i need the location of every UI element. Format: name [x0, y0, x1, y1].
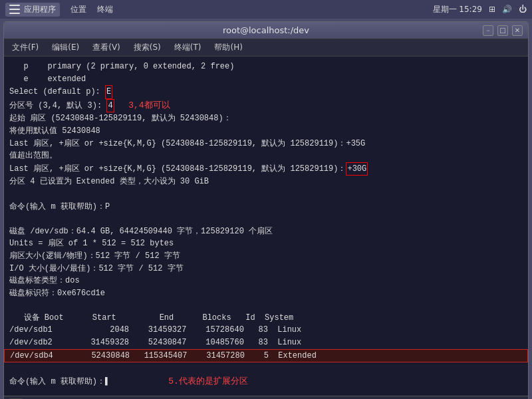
terminal-line-4: 起始 扇区 (52430848-125829119, 默认为 52430848)… [9, 112, 523, 125]
terminal-menu[interactable]: 终端 [97, 4, 113, 15]
system-bar-right: 星期一 15:29 ⊞ 🔊 ⏻ [433, 4, 527, 15]
last-sector-value: +30G [346, 162, 368, 176]
maximize-button[interactable]: □ [497, 25, 508, 36]
terminal-line-blank4 [9, 362, 523, 375]
terminal-row-sdb2: /dev/sdb2 31459328 52430847 10485760 83 … [9, 336, 523, 349]
minimize-button[interactable]: － [483, 25, 493, 36]
terminal-line-8: Last 扇区, +扇区 or +size{K,M,G} (52430848-1… [9, 162, 523, 176]
volume-icon: 🔊 [502, 5, 512, 14]
terminal-line-blank2 [9, 213, 523, 225]
title-bar: root@localhost:/dev － □ ✕ [4, 22, 528, 39]
terminal-table-header: 设备 Boot Start End Blocks Id System [9, 312, 523, 325]
location-menu[interactable]: 位置 [70, 4, 86, 15]
terminal-line-7: 值超出范围。 [9, 150, 523, 162]
system-bar-left: 应用程序 位置 终端 [5, 3, 113, 17]
menu-terminal[interactable]: 终端(T) [172, 41, 204, 54]
cmd-prompt: 命令(输入 m 获取帮助)：▌ [9, 376, 110, 388]
bottom-note: 5.代表的是扩展分区 [168, 375, 248, 388]
menu-view[interactable]: 查看(V) [90, 41, 123, 54]
terminal-line-2: Select (default p): E [9, 85, 523, 99]
terminal-line-3: 分区号 (3,4, 默认 3): 4 3,4都可以 [9, 99, 523, 113]
terminal-line-1: e extended [9, 73, 523, 86]
menu-file[interactable]: 文件(F) [9, 41, 41, 54]
terminal-line-blank3 [9, 299, 523, 312]
datetime-label: 星期一 15:29 [433, 4, 482, 15]
terminal-window: root@localhost:/dev － □ ✕ 文件(F) 编辑(E) 查看… [3, 21, 529, 399]
menu-bar: 文件(F) 编辑(E) 查看(V) 搜索(S) 终端(T) 帮助(H) [4, 39, 528, 57]
menu-search[interactable]: 搜索(S) [131, 41, 164, 54]
terminal-row-sdb1: /dev/sdb1 2048 31459327 15728640 83 Linu… [9, 324, 523, 336]
terminal-line-id: 磁盘标识符：0xe676cd1e [9, 287, 523, 300]
window-title: root@localhost:/dev [49, 25, 483, 35]
partition-note: 3,4都可以 [128, 100, 170, 110]
terminal-line-units: Units = 扇区 of 1 * 512 = 512 bytes [9, 237, 523, 250]
terminal-line-5: 将使用默认值 52430848 [9, 125, 523, 138]
app-menu-label: 应用程序 [24, 4, 56, 15]
terminal-line-label: 磁盘标签类型：dos [9, 275, 523, 287]
window-controls: － □ ✕ [483, 25, 523, 36]
power-icon[interactable]: ⏻ [519, 5, 527, 14]
app-menu-icon [9, 5, 20, 14]
app-menu[interactable]: 应用程序 [5, 3, 60, 17]
terminal-line-sector: 扇区大小(逻辑/物理)：512 字节 / 512 字节 [9, 250, 523, 263]
terminal-row-sdb4: /dev/sdb4 52430848 115345407 31457280 5 … [4, 349, 528, 363]
system-bar: 应用程序 位置 终端 星期一 15:29 ⊞ 🔊 ⏻ [0, 0, 532, 19]
terminal-line-io: I/O 大小(最小/最佳)：512 字节 / 512 字节 [9, 263, 523, 275]
close-button[interactable]: ✕ [512, 25, 523, 36]
bottom-bar: $ root@localhost:/dev ©亿速云 [4, 396, 528, 399]
menu-help[interactable]: 帮助(H) [211, 41, 245, 54]
select-highlight: E [105, 85, 112, 99]
terminal-line-10: 命令(输入 m 获取帮助)：P [9, 201, 523, 213]
terminal-line-0: p primary (2 primary, 0 extended, 2 free… [9, 61, 523, 73]
terminal-line-6: Last 扇区, +扇区 or +size{K,M,G} (52430848-1… [9, 138, 523, 150]
terminal-line-blank1 [9, 188, 523, 201]
network-icon: ⊞ [489, 5, 495, 14]
terminal-cmd-line: 命令(输入 m 获取帮助)：▌ 5.代表的是扩展分区 [9, 375, 523, 388]
menu-edit[interactable]: 编辑(E) [49, 41, 82, 54]
partition-highlight: 4 [106, 99, 114, 113]
terminal-line-disk: 磁盘 /dev/sdb：64.4 GB, 64424509440 字节，1258… [9, 225, 523, 238]
terminal-content[interactable]: p primary (2 primary, 0 extended, 2 free… [4, 57, 528, 396]
terminal-line-9: 分区 4 已设置为 Extended 类型，大小设为 30 GiB [9, 176, 523, 188]
